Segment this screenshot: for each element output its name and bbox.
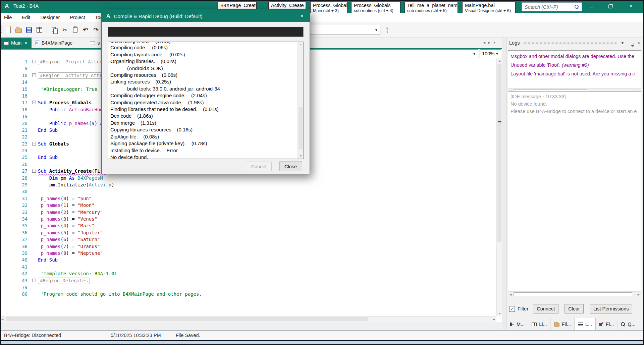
cut-icon[interactable] (61, 25, 69, 34)
tab-scroll-arrows[interactable]: ◀▶▼ (483, 41, 499, 44)
compile-log-scrollbar[interactable]: ▲ ▼ (298, 42, 303, 159)
open-project-icon[interactable] (14, 25, 22, 34)
scroll-up-icon[interactable]: ▲ (498, 59, 501, 62)
menu-project[interactable]: Project (70, 15, 85, 20)
menu-file[interactable]: File (4, 15, 12, 20)
editor-filler (0, 322, 502, 330)
fold-column (32, 236, 38, 243)
menu-designer[interactable]: Designer (40, 15, 60, 20)
fold-column (32, 106, 38, 113)
scroll-up-icon[interactable]: ▲ (300, 43, 302, 46)
chevron-down-icon: ▼ (495, 52, 499, 56)
expand-region-icon[interactable]: + (32, 60, 36, 63)
search-input[interactable]: Search (Ctrl+F) (522, 2, 582, 11)
scroll-right-icon[interactable]: ▶ (493, 318, 495, 321)
scrollbar-thumb[interactable] (299, 107, 303, 149)
close-button[interactable]: × (625, 2, 637, 11)
code-text: p_names(7) = "Uranus" (38, 243, 100, 250)
paste-icon[interactable] (71, 25, 79, 34)
toolbar-icons (4, 25, 115, 35)
collapsed-region[interactable]: #Region Activity Attrib (38, 72, 110, 79)
fold-column: + (32, 58, 38, 65)
collapsed-region[interactable]: #Region Delegates (38, 278, 90, 284)
line-number: 20 (0, 120, 32, 127)
scrollbar-thumb[interactable] (497, 64, 501, 242)
function-tab-activity_create[interactable]: Activity_Create (268, 2, 306, 9)
close-panel-icon[interactable]: × (636, 40, 641, 46)
logs-actions-row: ✓ Filter ConnectClearList Permissions (509, 303, 641, 314)
compile-log-box[interactable]: Generating R file. (0.00s)Compiling code… (108, 42, 304, 159)
panel-menu-icon[interactable]: ▼ (620, 41, 625, 45)
collapse-region-icon[interactable]: - (32, 142, 36, 146)
scroll-left-icon[interactable]: ◀ (1, 318, 3, 321)
panel-tab-fil[interactable]: Fil... (551, 318, 575, 330)
minimize-button[interactable]: – (586, 2, 597, 11)
warning-line: Msgbox and other modal dialogs are depre… (508, 52, 641, 61)
dialog-title: Compile & Rapid Debug (Build: Default) (114, 13, 296, 19)
dialog-close-icon[interactable]: × (299, 13, 305, 19)
panel-tab-m[interactable]: M... (506, 318, 528, 330)
scroll-down-icon[interactable]: ▼ (498, 312, 501, 315)
code-line: 32 p_names(1) = "Moon" (0, 202, 496, 209)
collapsed-region[interactable]: #Region Project Attribu (38, 59, 110, 65)
function-tab-b4xpage_created[interactable]: B4XPage_Created (218, 2, 257, 9)
panel-tab-fi[interactable]: Fi... (596, 318, 618, 330)
panel-tab-li[interactable]: Li... (528, 318, 550, 330)
package-icon[interactable] (35, 25, 43, 34)
expand-region-icon[interactable]: + (32, 73, 36, 77)
function-tab-label: Process_Globals (354, 3, 398, 8)
scroll-right-icon[interactable]: ▶ (638, 293, 640, 296)
status-timestamp: 5/11/2025 10:33:23 PM (111, 333, 161, 338)
line-number: 15 (0, 86, 32, 93)
menu-edit[interactable]: Edit (22, 15, 30, 20)
undo-icon-glyph (83, 26, 88, 34)
warning-line: Layout file 'mainpage.bal' is not used. … (508, 69, 641, 78)
editor-horizontal-scrollbar[interactable]: ◀ ▶ (0, 316, 496, 322)
scroll-down-icon[interactable]: ▼ (300, 155, 302, 158)
code-line: 29 pm.Initialize(Activity) (0, 181, 496, 188)
scrollbar-thumb[interactable] (6, 317, 368, 321)
list-permissions-button[interactable]: List Permissions (590, 304, 633, 313)
toolbar-overflow-icon[interactable]: ▾▾ (386, 27, 388, 34)
code-line: 28 Dim pm As B4XPagesM (0, 175, 496, 181)
expand-region-icon[interactable]: + (32, 279, 36, 282)
warnings-log-box[interactable]: Msgbox and other modal dialogs are depre… (508, 50, 641, 94)
line-number: 26 (0, 161, 32, 168)
compile-log-line: Installing file to device. Error (110, 147, 296, 154)
code-line: 41 (0, 264, 496, 270)
redo-icon[interactable] (92, 25, 100, 34)
connect-button[interactable]: Connect (533, 304, 558, 313)
fold-column (32, 216, 38, 222)
code-text: p_names(1) = "Moon" (38, 202, 95, 209)
panel-tab-l[interactable]: L... (575, 318, 596, 330)
copy-icon[interactable] (50, 25, 58, 34)
annotation-marker[interactable] (498, 121, 501, 122)
editor-vertical-scrollbar[interactable]: ▲ ▼ (496, 58, 502, 316)
device-log-box[interactable]: [IDE message - 10:33:33]No device found.… (508, 91, 641, 297)
fold-column (32, 181, 38, 188)
collapse-region-icon[interactable]: - (32, 101, 36, 104)
maximize-button[interactable] (604, 2, 616, 11)
editor-tab-main[interactable]: Main × (0, 38, 32, 48)
panel-tab-q[interactable]: Q... (618, 318, 639, 330)
close-dialog-button[interactable]: Close (279, 162, 302, 171)
scroll-left-icon[interactable]: ◀ (509, 293, 512, 296)
save-icon[interactable] (25, 25, 33, 34)
log-horizontal-scrollbar[interactable]: ◀ ▶ (508, 291, 641, 297)
editor-tab-b4xmainpage[interactable]: B4XMainPage (32, 38, 77, 48)
new-project-icon[interactable] (4, 25, 12, 34)
filter-checkbox[interactable]: ✓ (509, 306, 515, 312)
window-title: Test2 - B4A (13, 3, 39, 9)
panel-splitter[interactable] (502, 38, 506, 330)
undo-icon[interactable] (82, 25, 90, 34)
fold-column: + (32, 72, 38, 79)
collapse-region-icon[interactable]: - (32, 169, 36, 173)
editor-zoom-combo[interactable]: 100% ▼ (480, 49, 501, 58)
fold-column (32, 113, 38, 120)
function-tab-label: B4XPage_Created (220, 3, 254, 8)
close-tab-icon[interactable]: × (24, 40, 27, 46)
clear-button[interactable]: Clear (565, 304, 584, 313)
code-line: 31 p_names(0) = "Sun" (0, 195, 496, 202)
scrollbar-thumb[interactable] (514, 292, 632, 296)
code-text: End Sub (38, 256, 58, 263)
